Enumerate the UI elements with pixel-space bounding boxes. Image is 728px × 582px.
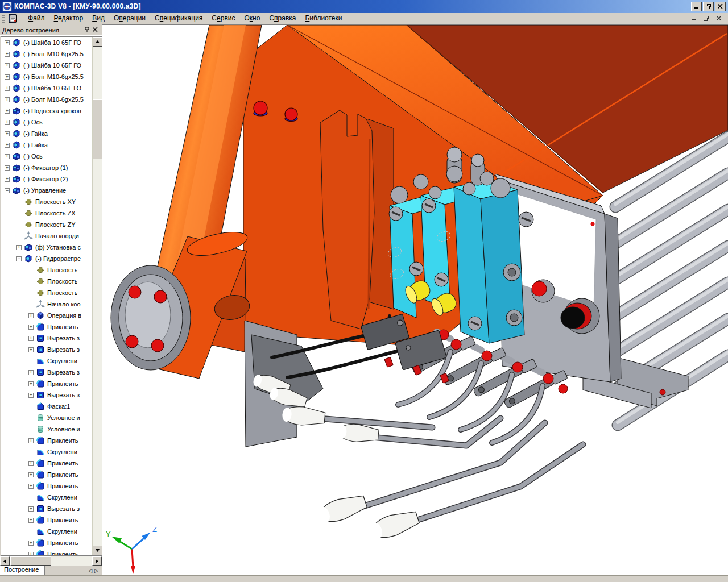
menu-view[interactable]: Вид: [88, 13, 109, 24]
tree-item[interactable]: +(-) Шайба 10 65Г ГО: [1, 60, 102, 71]
tree-item[interactable]: +Приклеить: [1, 469, 102, 480]
expand-toggle[interactable]: +: [28, 541, 34, 546]
scrollbar-thumb[interactable]: [93, 99, 102, 159]
tree-item[interactable]: +(-) Фиксатор (2): [1, 173, 102, 185]
tree-horizontal-scrollbar[interactable]: [0, 556, 102, 566]
tab-construction[interactable]: Построение: [0, 566, 45, 576]
expand-toggle[interactable]: +: [28, 381, 34, 386]
expand-toggle[interactable]: −: [5, 188, 10, 193]
tree-item[interactable]: +Вырезать з: [1, 344, 102, 355]
scrollbar-thumb[interactable]: [10, 556, 51, 566]
expand-toggle[interactable]: +: [28, 370, 34, 375]
red-button[interactable]: [532, 280, 555, 302]
expand-toggle[interactable]: +: [5, 165, 10, 171]
tree-item[interactable]: +(-) Гайка: [1, 128, 102, 139]
tree-item[interactable]: −(-) Управление: [1, 185, 102, 196]
menu-libraries[interactable]: Библиотеки: [300, 13, 346, 24]
tab-next-icon[interactable]: ▷: [94, 568, 98, 573]
expand-toggle[interactable]: +: [28, 506, 34, 512]
tree-item[interactable]: Условное и: [1, 423, 102, 435]
expand-toggle[interactable]: +: [5, 131, 10, 136]
model-scene[interactable]: X Y Z: [102, 25, 728, 576]
minimize-button[interactable]: [691, 2, 702, 11]
tree-item[interactable]: Плоскость XY: [1, 196, 102, 207]
pin-button[interactable]: [82, 26, 91, 34]
tree-item[interactable]: +Приклеить: [1, 321, 102, 332]
control-levers[interactable]: [251, 372, 420, 542]
tree-item[interactable]: +Вырезать з: [1, 332, 102, 344]
expand-toggle[interactable]: +: [5, 74, 10, 80]
tree-item[interactable]: +Вырезать з: [1, 367, 102, 378]
expand-toggle[interactable]: +: [28, 518, 34, 523]
expand-toggle[interactable]: +: [28, 461, 34, 466]
expand-toggle[interactable]: +: [5, 52, 10, 57]
tree-item[interactable]: +(-) Гайка: [1, 139, 102, 151]
tree-item[interactable]: +Приклеить: [1, 548, 102, 556]
menu-operations[interactable]: Операции: [109, 13, 150, 24]
tree-item[interactable]: +Приклеить: [1, 537, 102, 548]
expand-toggle[interactable]: +: [5, 109, 10, 114]
tree-item[interactable]: Скруглени: [1, 446, 102, 458]
tree-item[interactable]: +Приклеить: [1, 514, 102, 526]
tree-item[interactable]: Плоскость ZX: [1, 207, 102, 219]
tree-item[interactable]: +Вырезать з: [1, 389, 102, 401]
tree-item[interactable]: Плоскость: [1, 276, 102, 287]
mdi-restore-button[interactable]: [702, 14, 711, 22]
tree-item[interactable]: Плоскость: [1, 287, 102, 298]
tree-item[interactable]: +(-) Шайба 10 65Г ГО: [1, 82, 102, 94]
menu-specification[interactable]: Спецификация: [150, 13, 207, 24]
scroll-up-button[interactable]: [93, 37, 102, 47]
tree-item[interactable]: +Приклеить: [1, 458, 102, 469]
restore-button[interactable]: [703, 2, 714, 11]
expand-toggle[interactable]: +: [28, 336, 34, 341]
tree-item[interactable]: −(-) Гидрораспре: [1, 253, 102, 264]
tree-item[interactable]: Фаска:1: [1, 401, 102, 412]
tree-item[interactable]: +(ф) Установка с: [1, 242, 102, 253]
expand-toggle[interactable]: +: [28, 313, 34, 318]
menu-editor[interactable]: Редактор: [49, 13, 88, 24]
expand-toggle[interactable]: +: [16, 245, 22, 250]
expand-toggle[interactable]: +: [28, 325, 34, 330]
expand-toggle[interactable]: +: [28, 552, 34, 556]
tree-item[interactable]: +(-) Подвеска крюков: [1, 105, 102, 117]
tree-item[interactable]: +Приклеить: [1, 480, 102, 492]
expand-toggle[interactable]: +: [28, 393, 34, 398]
tree-item[interactable]: +(-) Ось: [1, 151, 102, 162]
tree-item[interactable]: Условное и: [1, 412, 102, 423]
expand-toggle[interactable]: +: [5, 86, 10, 91]
menu-service[interactable]: Сервис: [207, 13, 239, 24]
mdi-close-button[interactable]: [714, 14, 723, 22]
tree-item[interactable]: +Вырезать з: [1, 503, 102, 514]
panel-close-button[interactable]: [91, 26, 100, 34]
tree-item[interactable]: Плоскость ZY: [1, 219, 102, 230]
expand-toggle[interactable]: +: [28, 347, 34, 352]
tree-item[interactable]: Начало коорди: [1, 230, 102, 242]
pivot-flange[interactable]: [111, 265, 191, 370]
menu-window[interactable]: Окно: [239, 13, 264, 24]
menu-help[interactable]: Справка: [264, 13, 300, 24]
tree-item[interactable]: Скруглени: [1, 492, 102, 503]
tree-item[interactable]: +(-) Шайба 10 65Г ГО: [1, 37, 102, 48]
close-button[interactable]: [715, 2, 726, 11]
expand-toggle[interactable]: +: [5, 40, 10, 45]
tree-item[interactable]: +(-) Болт М10-6gx25.5: [1, 71, 102, 82]
expand-toggle[interactable]: +: [5, 97, 10, 102]
expand-toggle[interactable]: +: [28, 438, 34, 443]
expand-toggle[interactable]: −: [16, 256, 22, 261]
tree-item[interactable]: Скруглени: [1, 526, 102, 537]
tree-item[interactable]: +(-) Фиксатор (1): [1, 162, 102, 173]
3d-viewport[interactable]: X Y Z: [102, 24, 728, 576]
tree-item[interactable]: Начало коо: [1, 298, 102, 310]
tree-item[interactable]: +Приклеить: [1, 435, 102, 446]
tree-item[interactable]: +(-) Ось: [1, 117, 102, 128]
tree-item[interactable]: +Приклеить: [1, 378, 102, 389]
expand-toggle[interactable]: +: [5, 120, 10, 125]
tab-prev-icon[interactable]: ◁: [88, 568, 92, 573]
scroll-down-button[interactable]: [93, 546, 102, 555]
toolbar-grip[interactable]: [2, 14, 5, 23]
expand-toggle[interactable]: +: [5, 143, 10, 148]
expand-toggle[interactable]: +: [28, 472, 34, 477]
expand-toggle[interactable]: +: [5, 63, 10, 68]
tree-item[interactable]: Скруглени: [1, 355, 102, 367]
tree-item[interactable]: +(-) Болт М10-6gx25.5: [1, 48, 102, 60]
